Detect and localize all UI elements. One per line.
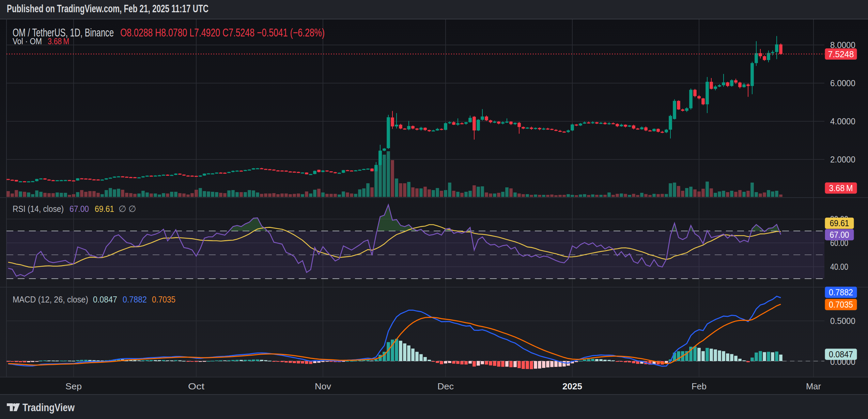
svg-text:0.5000: 0.5000 [830,316,855,326]
svg-text:40.00: 40.00 [830,262,848,272]
svg-text:Vol · OM: Vol · OM [13,36,42,46]
svg-text:2025: 2025 [562,381,582,391]
svg-text:RSI (14, close): RSI (14, close) [13,204,64,214]
svg-text:∅: ∅ [119,204,126,214]
svg-text:Feb: Feb [692,381,707,391]
svg-text:3.68 M: 3.68 M [829,183,853,193]
svg-text:Mar: Mar [806,381,821,391]
svg-text:2.0000: 2.0000 [830,154,855,165]
svg-text:67.00: 67.00 [69,204,89,214]
svg-text:Oct: Oct [188,381,205,391]
svg-text:67.00: 67.00 [830,230,849,240]
svg-text:0.7882: 0.7882 [829,287,853,297]
svg-text:7.5248: 7.5248 [828,49,854,59]
svg-text:Nov: Nov [315,381,331,391]
svg-text:69.61: 69.61 [830,218,849,228]
svg-text:6.0000: 6.0000 [830,78,855,88]
svg-text:0.7035: 0.7035 [829,299,853,310]
svg-text:Sep: Sep [65,381,82,391]
svg-text:Published on TradingView.com,: Published on TradingView.com, Feb 21, 20… [7,3,208,15]
svg-text:0.7035: 0.7035 [152,294,175,305]
svg-text:∅: ∅ [128,204,136,214]
svg-text:0.0847: 0.0847 [93,294,117,305]
svg-text:4.0000: 4.0000 [830,116,855,126]
svg-text:3.68 M: 3.68 M [48,36,69,46]
svg-text:69.61: 69.61 [95,204,114,214]
svg-text:O8.0288 H8.0780 L7.4920 C7.: O8.0288 H8.0780 L7.4920 C7.5248 −0.5041 … [120,26,325,39]
svg-text:0.7882: 0.7882 [123,294,147,305]
svg-text:TradingView: TradingView [22,402,75,414]
svg-text:0.0847: 0.0847 [829,349,853,359]
svg-text:Dec: Dec [437,381,454,391]
svg-text:MACD (12, 26, close): MACD (12, 26, close) [13,294,88,305]
